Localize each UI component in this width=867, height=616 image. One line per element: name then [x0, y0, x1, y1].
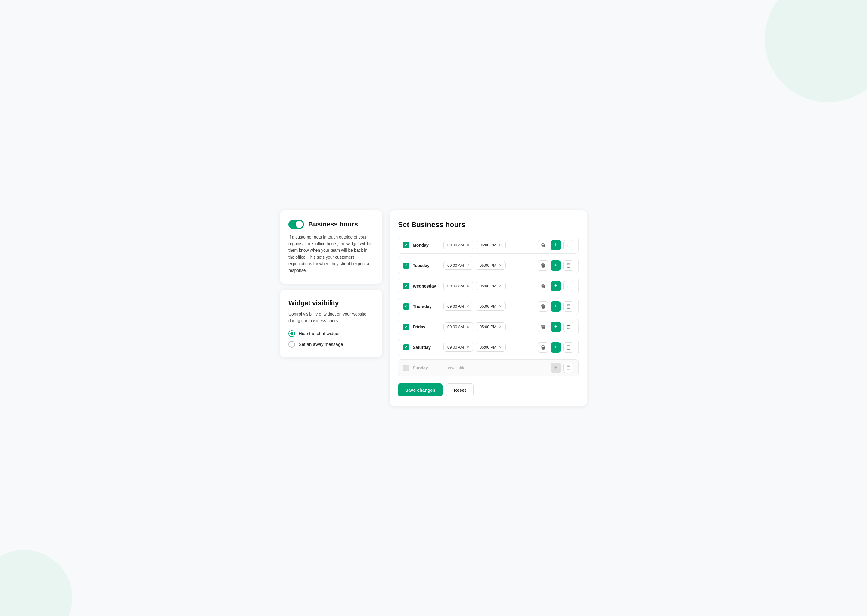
trash-icon [541, 284, 545, 288]
tuesday-start-clear[interactable]: ✕ [466, 264, 469, 267]
thursday-label: Thursday [413, 304, 440, 309]
tuesday-checkbox[interactable]: ✓ [403, 262, 409, 269]
thursday-time-fields: 09:00 AM ✕ 05:00 PM ✕ [443, 302, 534, 311]
friday-copy-button[interactable] [563, 322, 574, 332]
friday-end-clear[interactable]: ✕ [499, 325, 502, 329]
tuesday-add-button[interactable]: + [550, 261, 561, 271]
friday-checkbox[interactable]: ✓ [403, 324, 409, 330]
monday-checkbox[interactable]: ✓ [403, 242, 409, 248]
monday-start-time[interactable]: 09:00 AM ✕ [443, 240, 473, 249]
panel-header: Set Business hours ⋮ [398, 220, 579, 229]
save-changes-button[interactable]: Save changes [398, 383, 443, 396]
svg-rect-8 [567, 284, 570, 288]
saturday-end-time[interactable]: 05:00 PM ✕ [476, 343, 506, 352]
monday-actions: + [538, 240, 574, 250]
svg-rect-11 [567, 305, 570, 308]
friday-start-clear[interactable]: ✕ [466, 325, 469, 329]
widget-visibility-description: Control visibility of widget on your web… [288, 311, 374, 324]
saturday-label: Saturday [413, 345, 440, 350]
wednesday-add-button[interactable]: + [550, 281, 561, 291]
thursday-delete-button[interactable] [538, 302, 548, 312]
trash-icon [541, 263, 545, 268]
tuesday-delete-button[interactable] [538, 261, 548, 271]
tuesday-actions: + [538, 261, 574, 271]
wednesday-end-clear[interactable]: ✕ [499, 284, 502, 288]
svg-rect-2 [567, 244, 570, 247]
thursday-add-button[interactable]: + [550, 302, 561, 312]
tuesday-start-time[interactable]: 09:00 AM ✕ [443, 261, 473, 270]
friday-add-button[interactable]: + [550, 322, 561, 332]
saturday-delete-button[interactable] [538, 342, 548, 352]
saturday-start-clear[interactable]: ✕ [466, 346, 469, 349]
business-hours-title: Business hours [308, 220, 358, 228]
sunday-actions: + [550, 363, 574, 373]
svg-rect-5 [567, 264, 570, 267]
tuesday-label: Tuesday [413, 263, 440, 268]
saturday-end-clear[interactable]: ✕ [499, 346, 502, 349]
wednesday-start-clear[interactable]: ✕ [466, 284, 469, 288]
tuesday-end-clear[interactable]: ✕ [499, 264, 502, 267]
sunday-copy-button[interactable] [563, 363, 574, 373]
friday-end-time[interactable]: 05:00 PM ✕ [476, 322, 506, 331]
thursday-end-time[interactable]: 05:00 PM ✕ [476, 302, 506, 311]
sunday-checkbox[interactable] [403, 365, 409, 371]
monday-add-button[interactable]: + [550, 240, 561, 250]
saturday-checkbox[interactable]: ✓ [403, 344, 409, 350]
friday-start-time[interactable]: 09:00 AM ✕ [443, 322, 473, 331]
wednesday-end-time[interactable]: 05:00 PM ✕ [476, 281, 506, 290]
copy-icon [566, 284, 571, 288]
tuesday-copy-button[interactable] [563, 261, 574, 271]
tuesday-end-time[interactable]: 05:00 PM ✕ [476, 261, 506, 270]
thursday-checkbox[interactable]: ✓ [403, 303, 409, 310]
saturday-copy-button[interactable] [563, 342, 574, 352]
widget-visibility-card: Widget visibility Control visibility of … [280, 290, 382, 357]
tuesday-time-fields: 09:00 AM ✕ 05:00 PM ✕ [443, 261, 534, 270]
radio-away-message-label: Set an away message [299, 342, 343, 347]
thursday-copy-button[interactable] [563, 302, 574, 312]
business-hours-description: If a customer gets in touch outside of y… [288, 234, 374, 274]
business-hours-card: Business hours If a customer gets in tou… [280, 210, 382, 284]
monday-time-fields: 09:00 AM ✕ 05:00 PM ✕ [443, 240, 534, 249]
wednesday-start-time[interactable]: 09:00 AM ✕ [443, 281, 473, 290]
copy-icon [566, 345, 571, 350]
wednesday-delete-button[interactable] [538, 281, 548, 291]
day-row-sunday: Sunday Unavailable + [398, 360, 579, 376]
copy-icon [566, 325, 571, 329]
thursday-start-time[interactable]: 09:00 AM ✕ [443, 302, 473, 311]
saturday-actions: + [538, 342, 574, 352]
panel-menu-icon[interactable]: ⋮ [568, 220, 579, 229]
set-business-hours-panel: Set Business hours ⋮ ✓ Monday 09:00 AM ✕… [389, 210, 587, 406]
day-row-wednesday: ✓ Wednesday 09:00 AM ✕ 05:00 PM ✕ [398, 278, 579, 294]
trash-icon [541, 243, 545, 248]
saturday-time-fields: 09:00 AM ✕ 05:00 PM ✕ [443, 343, 534, 352]
business-hours-toggle[interactable] [288, 220, 304, 229]
wednesday-copy-button[interactable] [563, 281, 574, 291]
bg-circle-top-right [765, 0, 867, 102]
monday-end-time[interactable]: 05:00 PM ✕ [476, 240, 506, 249]
radio-hide-widget[interactable]: Hide the chat widget [288, 330, 374, 337]
trash-icon [541, 304, 545, 309]
thursday-start-clear[interactable]: ✕ [466, 305, 469, 308]
radio-away-message-indicator [288, 341, 295, 348]
monday-delete-button[interactable] [538, 240, 548, 250]
wednesday-checkbox[interactable]: ✓ [403, 283, 409, 289]
thursday-end-clear[interactable]: ✕ [499, 305, 502, 308]
saturday-start-time[interactable]: 09:00 AM ✕ [443, 343, 473, 352]
monday-end-clear[interactable]: ✕ [499, 244, 502, 247]
monday-start-clear[interactable]: ✕ [466, 244, 469, 247]
saturday-add-button[interactable]: + [550, 342, 561, 352]
bh-title-row: Business hours [288, 220, 374, 229]
wednesday-time-fields: 09:00 AM ✕ 05:00 PM ✕ [443, 281, 534, 290]
radio-hide-widget-label: Hide the chat widget [299, 331, 340, 336]
day-row-friday: ✓ Friday 09:00 AM ✕ 05:00 PM ✕ [398, 319, 579, 335]
svg-rect-18 [567, 366, 570, 370]
radio-away-message[interactable]: Set an away message [288, 341, 374, 348]
friday-time-fields: 09:00 AM ✕ 05:00 PM ✕ [443, 322, 534, 331]
monday-label: Monday [413, 243, 440, 248]
monday-copy-button[interactable] [563, 240, 574, 250]
sunday-unavailable-text: Unavailable [443, 365, 547, 370]
sunday-add-button: + [550, 363, 561, 373]
reset-button[interactable]: Reset [446, 383, 473, 396]
friday-delete-button[interactable] [538, 322, 548, 332]
svg-rect-14 [567, 325, 570, 329]
